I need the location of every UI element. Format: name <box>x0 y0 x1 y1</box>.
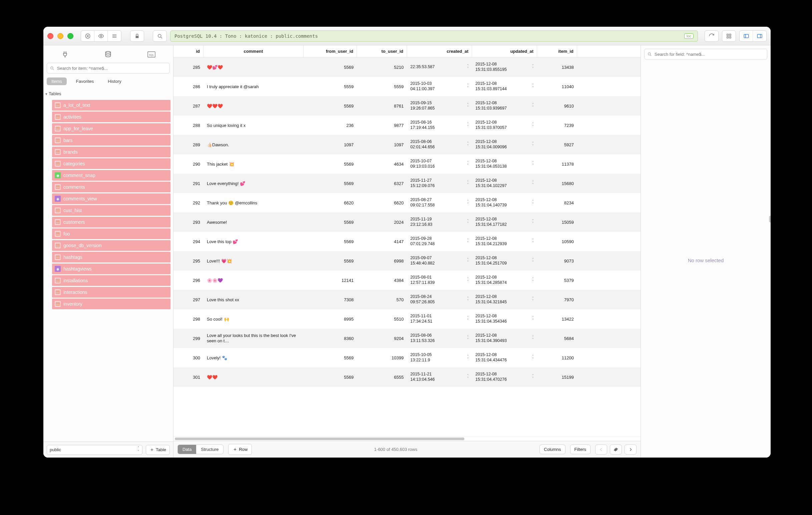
cell-comment[interactable]: Thank you ☺️ @emcollins <box>203 198 303 208</box>
cell-item-id[interactable]: 11200 <box>537 353 577 362</box>
minimize-window-button[interactable] <box>57 33 63 39</box>
page-settings-button[interactable] <box>610 444 622 455</box>
cell-item-id[interactable]: 13422 <box>537 315 577 324</box>
sidebar-section-tables[interactable]: Tables <box>44 88 173 99</box>
data-grid-body[interactable]: 285❤️💕❤️5569521022:35:53.587˄˅2015-12-08… <box>173 57 640 436</box>
cell-item-id[interactable]: 13438 <box>537 63 577 72</box>
sidebar-item-hashtagviews[interactable]: ◉hashtagviews <box>52 264 171 274</box>
refresh-icon[interactable] <box>705 31 718 42</box>
cell-item-id[interactable]: 11378 <box>537 160 577 169</box>
cell-to-user[interactable]: 570 <box>357 295 407 304</box>
stepper-icon[interactable]: ˄˅ <box>532 355 534 360</box>
cell-to-user[interactable]: 8761 <box>357 102 407 111</box>
cell-item-id[interactable]: 15680 <box>537 179 577 188</box>
table-row[interactable]: 291Love everything! 💕556963272015-11-271… <box>173 174 640 193</box>
sidebar-item-a_lot_of_text[interactable]: a_lot_of_text <box>52 100 171 111</box>
cell-from-user[interactable]: 5569 <box>303 160 357 169</box>
cell-updated-at[interactable]: 2015-12-0815:31:04.321845˄˅ <box>472 292 537 306</box>
add-table-button[interactable]: ＋ Table <box>146 445 170 455</box>
tab-favorites[interactable]: Favorites <box>71 78 98 85</box>
cell-updated-at[interactable]: 2015-12-0815:31:04.470276˄˅ <box>472 370 537 384</box>
cell-from-user[interactable]: 5569 <box>303 102 357 111</box>
tab-items[interactable]: Items <box>47 78 67 85</box>
next-page-button[interactable] <box>625 444 637 455</box>
cell-updated-at[interactable]: 2015-12-0815:31:04.285874˄˅ <box>472 273 537 287</box>
cell-to-user[interactable]: 6998 <box>357 256 407 266</box>
cell-from-user[interactable]: 5569 <box>303 237 357 246</box>
cell-item-id[interactable]: 9073 <box>537 256 577 266</box>
cell-from-user[interactable]: 5559 <box>303 82 357 91</box>
cell-comment[interactable]: Lovely! 🐾 <box>203 353 303 362</box>
cell-updated-at[interactable]: 2015-12-0815:31:04.102297˄˅ <box>472 176 537 190</box>
cell-updated-at[interactable]: 2015-12-0815:31:04.009096˄˅ <box>472 137 537 152</box>
cell-created-at[interactable]: 2015-08-0602:01:44.656˄˅ <box>407 137 472 152</box>
cell-to-user[interactable]: 5559 <box>357 82 407 91</box>
cell-comment[interactable]: Love all your looks but this is the best… <box>203 331 303 346</box>
cell-updated-at[interactable]: 2015-12-0815:31:04.434476˄˅ <box>472 350 537 365</box>
cell-created-at[interactable]: 2015-10-0304:11:00.397˄˅ <box>407 79 472 93</box>
cell-to-user[interactable]: 9204 <box>357 334 407 343</box>
sidebar-item-foo[interactable]: foo <box>52 228 171 239</box>
cell-updated-at[interactable]: 2015-12-0815:31:04.390493˄˅ <box>472 331 537 345</box>
cell-to-user[interactable]: 1097 <box>357 140 407 149</box>
cell-from-user[interactable]: 12141 <box>303 276 357 285</box>
cell-to-user[interactable]: 4634 <box>357 160 407 169</box>
stepper-icon[interactable]: ˄˅ <box>532 200 534 206</box>
cell-id[interactable]: 286 <box>173 82 203 91</box>
cell-id[interactable]: 294 <box>173 237 203 246</box>
cell-created-at[interactable]: 2015-08-1617:19:44.155˄˅ <box>407 118 472 132</box>
table-row[interactable]: 287❤️❤️❤️556987612015-09-1519:26:07.865˄… <box>173 96 640 115</box>
cell-from-user[interactable]: 7308 <box>303 295 357 304</box>
column-header-id[interactable]: id <box>173 46 203 57</box>
table-row[interactable]: 286I truly appreciate it @sarah555955592… <box>173 77 640 96</box>
table-row[interactable]: 293Awesome!556920242015-11-1923:12:16.83… <box>173 212 640 232</box>
stepper-icon[interactable]: ˄˅ <box>467 103 469 109</box>
cell-id[interactable]: 301 <box>173 373 203 382</box>
cell-created-at[interactable]: 2015-08-0112:57:11.839˄˅ <box>407 273 472 287</box>
cell-comment[interactable]: 👍🏻Dawson. <box>203 140 303 149</box>
column-header-created-at[interactable]: created_at <box>407 46 472 57</box>
cell-comment[interactable]: This jacket 💥 <box>203 160 303 169</box>
cell-id[interactable]: 292 <box>173 198 203 208</box>
plug-icon[interactable] <box>61 51 69 58</box>
stepper-icon[interactable]: ˄˅ <box>532 258 534 264</box>
cell-from-user[interactable]: 8360 <box>303 334 357 343</box>
left-panel-toggle-icon[interactable] <box>740 31 753 42</box>
cell-item-id[interactable]: 5927 <box>537 140 577 149</box>
cell-updated-at[interactable]: 2015-12-0815:31:04.177182˄˅ <box>472 215 537 229</box>
cell-created-at[interactable]: 2015-08-2409:57:26.805˄˅ <box>407 292 472 306</box>
stepper-icon[interactable]: ˄˅ <box>532 374 534 380</box>
eye-icon[interactable] <box>94 31 108 42</box>
cell-to-user[interactable]: 5510 <box>357 315 407 324</box>
cell-id[interactable]: 300 <box>173 353 203 362</box>
table-row[interactable]: 294Love this top 💕556941472015-09-2807:0… <box>173 232 640 251</box>
cell-comment[interactable]: So unique loving it x <box>203 121 303 130</box>
cell-to-user[interactable]: 6555 <box>357 373 407 382</box>
cell-updated-at[interactable]: 2015-12-0815:31:04.053138˄˅ <box>472 157 537 171</box>
cell-to-user[interactable]: 10399 <box>357 353 407 362</box>
stepper-icon[interactable]: ˄˅ <box>467 374 469 380</box>
tab-history[interactable]: History <box>103 78 126 85</box>
cell-id[interactable]: 297 <box>173 295 203 304</box>
table-row[interactable]: 298So cool! 🙌899555102015-11-0117:34:24.… <box>173 309 640 329</box>
cell-created-at[interactable]: 2015-08-2709:02:17.558˄˅ <box>407 195 472 210</box>
cell-created-at[interactable]: 2015-08-0613:11:53.326˄˅ <box>407 331 472 345</box>
lock-icon[interactable] <box>130 31 144 42</box>
cell-from-user[interactable]: 5569 <box>303 256 357 266</box>
cell-id[interactable]: 288 <box>173 121 203 130</box>
cell-comment[interactable]: I truly appreciate it @sarah <box>203 82 303 91</box>
column-header-item-id[interactable]: item_id <box>537 46 577 57</box>
cell-to-user[interactable]: 4384 <box>357 276 407 285</box>
cell-comment[interactable]: Awesome! <box>203 218 303 227</box>
table-row[interactable]: 301❤️❤️556965552015-11-2114:13:04.546˄˅2… <box>173 368 640 387</box>
table-row[interactable]: 300Lovely! 🐾5569103992015-10-0513:22:11.… <box>173 348 640 368</box>
cell-to-user[interactable]: 6327 <box>357 179 407 188</box>
stepper-icon[interactable]: ˄˅ <box>467 277 469 283</box>
cell-item-id[interactable]: 15199 <box>537 373 577 382</box>
close-window-button[interactable] <box>47 33 53 39</box>
sidebar-item-comments_view[interactable]: ◉comments_view <box>52 193 171 204</box>
sidebar-item-installations[interactable]: installations <box>52 275 171 286</box>
cell-from-user[interactable]: 1097 <box>303 140 357 149</box>
scrollbar-thumb[interactable] <box>175 437 464 440</box>
cell-comment[interactable]: Love this top 💕 <box>203 237 303 246</box>
